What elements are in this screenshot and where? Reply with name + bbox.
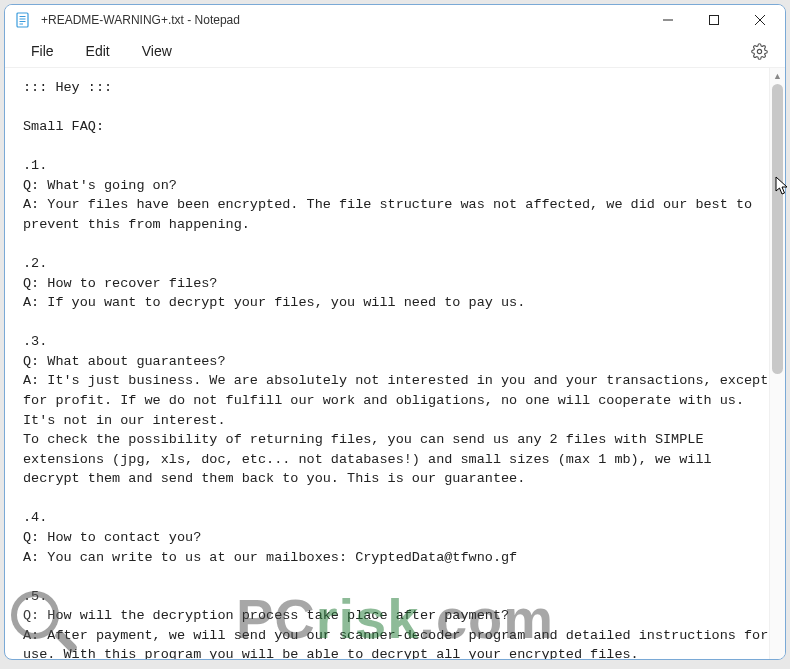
- svg-rect-6: [710, 16, 719, 25]
- notepad-icon: [15, 12, 31, 28]
- menu-view[interactable]: View: [126, 37, 188, 65]
- titlebar: +README-WARNING+.txt - Notepad: [5, 5, 785, 35]
- close-button[interactable]: [737, 5, 783, 35]
- menu-edit[interactable]: Edit: [70, 37, 126, 65]
- scroll-down-arrow[interactable]: ▼: [770, 659, 785, 660]
- scroll-thumb[interactable]: [772, 84, 783, 374]
- menu-file[interactable]: File: [15, 37, 70, 65]
- vertical-scrollbar[interactable]: ▲ ▼: [769, 68, 785, 660]
- svg-point-9: [757, 49, 761, 53]
- scroll-up-arrow[interactable]: ▲: [770, 68, 785, 84]
- settings-button[interactable]: [743, 35, 775, 67]
- window-controls: [645, 5, 783, 35]
- notepad-window: +README-WARNING+.txt - Notepad File Edit…: [4, 4, 786, 660]
- svg-rect-0: [17, 13, 28, 27]
- editor-area: ::: Hey ::: Small FAQ: .1. Q: What's goi…: [5, 68, 785, 660]
- text-editor[interactable]: ::: Hey ::: Small FAQ: .1. Q: What's goi…: [5, 68, 769, 660]
- minimize-button[interactable]: [645, 5, 691, 35]
- maximize-button[interactable]: [691, 5, 737, 35]
- window-title: +README-WARNING+.txt - Notepad: [41, 13, 645, 27]
- menubar: File Edit View: [5, 35, 785, 68]
